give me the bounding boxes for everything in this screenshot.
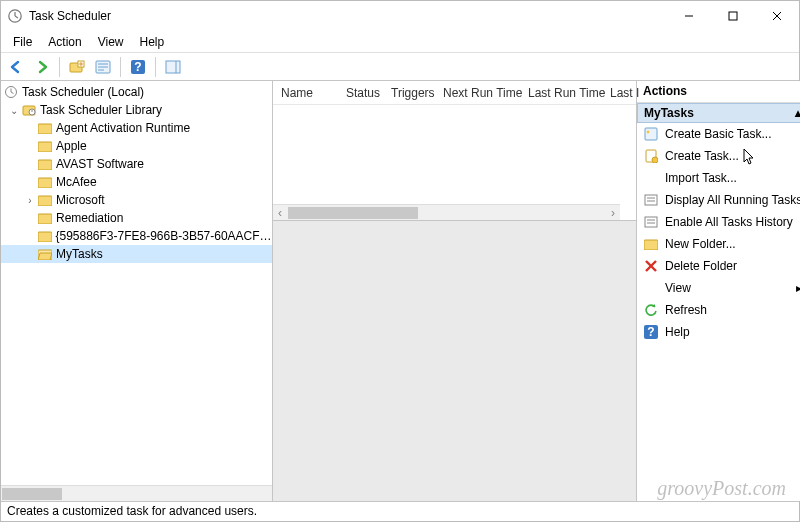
tree-library[interactable]: ⌄ Task Scheduler Library	[1, 101, 272, 119]
toolbar-separator-2	[120, 57, 121, 77]
action-create-basic-task[interactable]: Create Basic Task...	[637, 123, 800, 145]
action-label: Enable All Tasks History	[665, 215, 800, 229]
column-headers: Name Status Triggers Next Run Time Last …	[273, 81, 636, 105]
folder-icon	[37, 192, 53, 208]
menu-view[interactable]: View	[90, 33, 132, 51]
svg-rect-28	[38, 178, 52, 188]
action-help[interactable]: ? Help	[637, 321, 800, 343]
task-details	[273, 221, 636, 501]
tree-item-microsoft[interactable]: › Microsoft	[1, 191, 272, 209]
main-window: Task Scheduler File Action View Help ? T…	[0, 0, 800, 522]
list-icon	[643, 192, 659, 208]
status-text: Creates a customized task for advanced u…	[7, 504, 257, 518]
tree-item-mytasks[interactable]: MyTasks	[1, 245, 272, 263]
action-label: New Folder...	[665, 237, 800, 251]
tree-item-label: McAfee	[56, 175, 97, 189]
delete-icon	[643, 258, 659, 274]
chevron-down-icon[interactable]: ⌄	[7, 105, 21, 116]
col-triggers[interactable]: Triggers	[383, 86, 435, 100]
folder-icon	[37, 228, 52, 244]
actions-section[interactable]: MyTasks ▴	[637, 103, 800, 123]
forward-button[interactable]	[31, 56, 53, 78]
toolbar-properties-button[interactable]	[92, 56, 114, 78]
folder-icon	[37, 210, 53, 226]
tree-view[interactable]: Task Scheduler (Local) ⌄ Task Scheduler …	[1, 81, 272, 485]
svg-rect-4	[729, 12, 737, 20]
svg-point-36	[652, 157, 658, 163]
window-title: Task Scheduler	[29, 9, 667, 23]
tree-library-label: Task Scheduler Library	[40, 103, 162, 117]
chevron-right-icon[interactable]: ›	[23, 195, 37, 206]
action-label: Refresh	[665, 303, 800, 317]
tree-item-avast[interactable]: AVAST Software	[1, 155, 272, 173]
col-name[interactable]: Name	[273, 86, 338, 100]
tree-item-remediation[interactable]: Remediation	[1, 209, 272, 227]
toolbar-separator-3	[155, 57, 156, 77]
folder-icon	[37, 138, 53, 154]
col-status[interactable]: Status	[338, 86, 383, 100]
action-refresh[interactable]: Refresh	[637, 299, 800, 321]
menu-file[interactable]: File	[5, 33, 40, 51]
svg-rect-30	[38, 214, 52, 224]
maximize-button[interactable]	[711, 2, 755, 30]
toolbar-panel-toggle-button[interactable]	[162, 56, 184, 78]
title-bar: Task Scheduler	[1, 1, 799, 31]
tree-pane: Task Scheduler (Local) ⌄ Task Scheduler …	[1, 81, 273, 501]
tasklist-hscroll[interactable]: ‹ ›	[273, 204, 620, 220]
tree-item-label: Microsoft	[56, 193, 105, 207]
svg-rect-29	[38, 196, 52, 206]
action-view[interactable]: View ▸	[637, 277, 800, 299]
svg-rect-25	[38, 124, 52, 134]
col-lastresult[interactable]: Last I	[602, 86, 636, 100]
col-nextrun[interactable]: Next Run Time	[435, 86, 520, 100]
history-icon	[643, 214, 659, 230]
tree-item-apple[interactable]: Apple	[1, 137, 272, 155]
action-label: Create Basic Task...	[665, 127, 800, 141]
toolbar-help-button[interactable]: ?	[127, 56, 149, 78]
svg-rect-31	[38, 232, 52, 242]
actions-header: Actions	[637, 81, 800, 103]
svg-rect-40	[645, 217, 657, 227]
tree-hscroll[interactable]	[1, 485, 272, 501]
svg-rect-17	[166, 61, 180, 73]
action-label: Delete Folder	[665, 259, 800, 273]
blank-icon	[643, 170, 659, 186]
app-icon	[7, 8, 23, 24]
action-delete-folder[interactable]: Delete Folder	[637, 255, 800, 277]
folder-icon	[37, 174, 53, 190]
center-pane: Name Status Triggers Next Run Time Last …	[273, 81, 637, 501]
folder-icon	[37, 120, 53, 136]
action-label: Help	[665, 325, 800, 339]
action-display-all-running[interactable]: Display All Running Tasks	[637, 189, 800, 211]
body-area: Task Scheduler (Local) ⌄ Task Scheduler …	[1, 81, 799, 501]
task-list[interactable]: Name Status Triggers Next Run Time Last …	[273, 81, 636, 221]
svg-rect-26	[38, 142, 52, 152]
submenu-arrow-icon: ▸	[796, 281, 800, 295]
clock-icon	[3, 84, 19, 100]
svg-point-34	[647, 131, 650, 134]
toolbar-separator	[59, 57, 60, 77]
actions-section-label: MyTasks	[644, 106, 694, 120]
tree-item-mcafee[interactable]: McAfee	[1, 173, 272, 191]
new-folder-icon	[643, 236, 659, 252]
tree-item-guid[interactable]: {595886F3-7FE8-966B-3B57-60AACF398	[1, 227, 272, 245]
tree-root[interactable]: Task Scheduler (Local)	[1, 83, 272, 101]
minimize-button[interactable]	[667, 2, 711, 30]
close-button[interactable]	[755, 2, 799, 30]
menu-action[interactable]: Action	[40, 33, 89, 51]
blank-icon	[643, 280, 659, 296]
action-create-task[interactable]: Create Task...	[637, 145, 800, 167]
action-enable-history[interactable]: Enable All Tasks History	[637, 211, 800, 233]
back-button[interactable]	[5, 56, 27, 78]
tree-item-agent[interactable]: Agent Activation Runtime	[1, 119, 272, 137]
tree-item-label: MyTasks	[56, 247, 103, 261]
col-lastrun[interactable]: Last Run Time	[520, 86, 602, 100]
action-label: Create Task...	[665, 149, 800, 163]
menu-help[interactable]: Help	[132, 33, 173, 51]
status-bar: Creates a customized task for advanced u…	[1, 501, 799, 521]
action-new-folder[interactable]: New Folder...	[637, 233, 800, 255]
actions-pane: Actions MyTasks ▴ Create Basic Task... C…	[637, 81, 800, 501]
svg-text:?: ?	[134, 60, 141, 74]
action-import-task[interactable]: Import Task...	[637, 167, 800, 189]
toolbar-new-folder-button[interactable]	[66, 56, 88, 78]
